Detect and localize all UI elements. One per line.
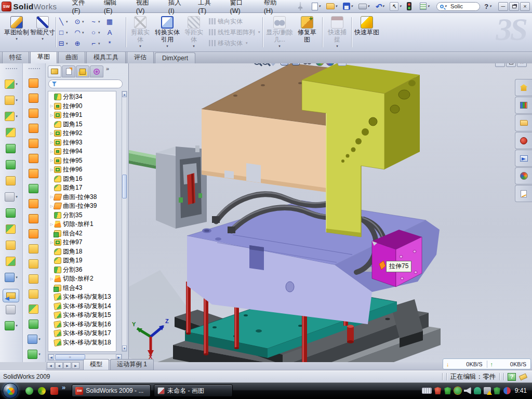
dropdown-caret-icon[interactable]: ▾ <box>336 4 339 8</box>
next-page-icon[interactable]: ▶ <box>63 362 71 369</box>
defender-shield-icon[interactable] <box>494 387 501 394</box>
delete-face-icon[interactable] <box>29 229 38 238</box>
dropdown-caret-icon[interactable]: ▾ <box>400 4 403 8</box>
tree-item[interactable]: ▷ 拉伸93 <box>49 138 116 148</box>
doc-minimize-button[interactable]: ─ <box>495 63 505 67</box>
dropdown-caret-icon[interactable]: ▾ <box>382 4 386 8</box>
menu-item[interactable]: 窗口(W) <box>224 0 258 16</box>
surface-point-icon[interactable] <box>28 335 37 344</box>
linear-sketch-pattern-button[interactable]: 线性草图阵列 ▾ <box>209 28 260 37</box>
linear-pattern-icon[interactable] <box>5 192 15 202</box>
display-delete-relations-button[interactable]: 显示/删除几... ▾ <box>266 15 293 49</box>
minimize-button[interactable]: ─ <box>498 2 508 11</box>
fillet-icon[interactable] <box>5 112 15 121</box>
scrollbar-thumb[interactable]: ≡ <box>55 354 85 360</box>
smart-dimension-button[interactable]: 智能尺寸 ▾ <box>30 15 55 49</box>
prev-page-icon[interactable]: ◀ <box>55 362 63 369</box>
model-tab[interactable]: 模型 <box>83 359 109 370</box>
tree-item[interactable]: ▷ 拉伸95 <box>49 156 116 166</box>
scroll-left-icon[interactable]: ◀ <box>48 354 54 360</box>
ellipse-icon[interactable]: ○ <box>89 29 98 36</box>
first-page-icon[interactable]: ◀ <box>47 362 55 369</box>
draft-icon[interactable] <box>6 160 16 169</box>
ribbon-tab[interactable]: 模具工具 <box>86 51 126 63</box>
dropdown-caret-icon[interactable]: ▾ <box>98 31 100 35</box>
part-slide-insert[interactable] <box>156 145 207 229</box>
volume-icon[interactable] <box>464 387 471 394</box>
dropdown-caret-icon[interactable]: ▾ <box>351 4 355 8</box>
tree-item[interactable]: ▷ 拉伸96 <box>49 165 116 175</box>
keyboard-layout-icon[interactable] <box>422 388 432 394</box>
tree-item[interactable]: 实体-移动/复制15 <box>49 311 116 320</box>
tree-item[interactable]: ▷ 拉伸91 <box>49 111 116 120</box>
expand-arrow-icon[interactable]: ▷ <box>49 140 54 144</box>
tags-icon[interactable] <box>519 373 527 380</box>
ribbon-tab[interactable]: DimXpert <box>155 52 195 63</box>
edit-appearance-icon[interactable] <box>315 63 324 66</box>
extruded-boss-icon[interactable] <box>5 79 15 89</box>
quick-snaps-button[interactable]: 快速捕捉 ▾ <box>325 15 349 49</box>
configurationmanager-tab[interactable] <box>76 65 89 77</box>
split-body-icon[interactable] <box>6 224 16 234</box>
tree-item[interactable]: 圆角15 <box>49 120 116 129</box>
menu-item[interactable]: 视图(V) <box>130 0 163 16</box>
dropdown-caret-icon[interactable]: ▾ <box>82 31 84 35</box>
dropdown-caret-icon[interactable]: ▾ <box>288 63 290 64</box>
slot-icon[interactable]: ⊟ <box>57 40 65 47</box>
dropdown-caret-icon[interactable]: ▾ <box>66 20 68 24</box>
tree-vertical-scrollbar[interactable]: ▲ ▼ <box>122 91 127 352</box>
dropdown-caret-icon[interactable]: ▾ <box>38 337 41 341</box>
help-button[interactable]: ? <box>484 3 488 10</box>
expand-arrow-icon[interactable]: ▷ <box>49 131 54 136</box>
close-button[interactable]: × <box>520 2 530 11</box>
dropdown-caret-icon[interactable]: ▾ <box>16 114 18 118</box>
dropdown-caret-icon[interactable]: ▾ <box>368 4 371 8</box>
reference-axis-icon[interactable] <box>6 305 16 314</box>
scroll-up-icon[interactable]: ▲ <box>122 91 127 97</box>
tree-item[interactable]: 实体-移动/复制17 <box>49 329 116 338</box>
move-entities-button[interactable]: 移动实体 ▾ <box>209 38 248 48</box>
dropdown-caret-icon[interactable]: ▾ <box>16 275 18 280</box>
taskbar-window-button[interactable]: SW SolidWorks 2009 - ... <box>72 384 151 397</box>
rebuild-traffic-light-icon[interactable] <box>407 2 411 10</box>
instant3d-button[interactable] <box>3 289 19 302</box>
tree-item[interactable]: ▷ 拉伸97 <box>49 238 116 247</box>
extruded-cut-icon[interactable] <box>5 96 15 105</box>
offset-surface-icon[interactable] <box>29 199 38 208</box>
menu-item[interactable]: 编辑(E) <box>98 0 130 16</box>
new-document-icon[interactable] <box>312 3 318 10</box>
task-pane-tab[interactable] <box>515 132 532 149</box>
tree-item[interactable]: ▷ 切除-放样2 <box>49 274 116 284</box>
dropdown-caret-icon[interactable]: ▾ <box>300 63 302 64</box>
task-pane-tab[interactable] <box>515 185 532 202</box>
dropdown-caret-icon[interactable]: ▾ <box>347 63 349 64</box>
revolved-surface-icon[interactable] <box>29 94 38 103</box>
restore-button[interactable] <box>509 2 519 11</box>
lofted-surface-icon[interactable] <box>29 124 38 133</box>
dropdown-caret-icon[interactable]: ▾ <box>82 20 84 24</box>
extended-surface-icon[interactable] <box>29 109 38 118</box>
search-dropdown-icon[interactable]: ▾ <box>445 4 448 8</box>
print-icon[interactable] <box>358 4 367 9</box>
search-box[interactable]: ▾ <box>436 2 480 11</box>
quick-tips-button[interactable]: ? <box>508 373 516 381</box>
solidworks-quick-icon[interactable] <box>50 387 58 395</box>
save-icon[interactable] <box>343 3 350 10</box>
replace-face-icon[interactable] <box>29 244 38 254</box>
part-red-stub[interactable] <box>347 325 354 343</box>
task-pane-tab[interactable] <box>515 150 532 167</box>
security-center-icon[interactable] <box>434 387 442 394</box>
polygon-icon[interactable]: ⊕ <box>73 40 82 47</box>
zoom-to-fit-icon[interactable] <box>254 63 260 65</box>
dropdown-caret-icon[interactable]: ▾ <box>312 63 314 64</box>
messenger-status-icon[interactable] <box>503 387 511 394</box>
spline-icon[interactable]: ~ <box>89 18 98 25</box>
panel-overflow-chevron[interactable]: » <box>104 65 111 78</box>
sketch-text-icon[interactable]: A <box>105 29 114 36</box>
search-input[interactable] <box>450 3 475 9</box>
dropdown-caret-icon[interactable]: ▾ <box>16 82 18 86</box>
scrollbar-thumb[interactable] <box>122 175 127 198</box>
tree-item[interactable]: 实体-移动/复制16 <box>49 320 116 329</box>
undo-icon[interactable]: ↶ <box>375 3 382 10</box>
zoom-to-area-icon[interactable] <box>262 63 269 65</box>
